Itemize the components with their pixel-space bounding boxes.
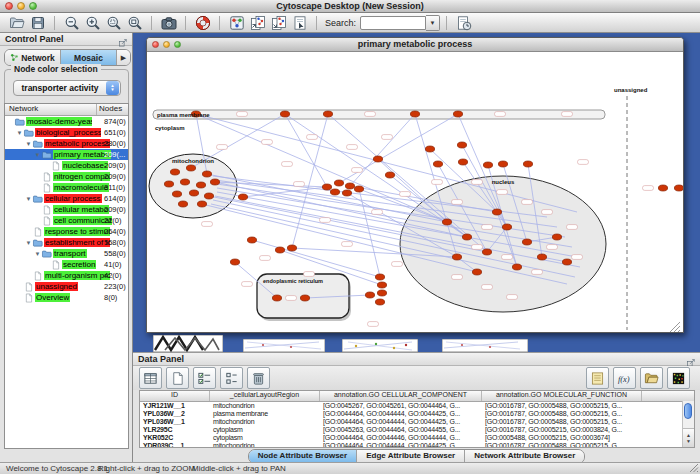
network-view-window[interactable]: primary metabolic process plasma membran… [146,37,684,333]
attribute-table-header[interactable]: ID_cellularLayoutRegionannotation.GO CEL… [140,391,694,402]
tree-row[interactable]: response to stimulu264(0) [5,226,128,237]
file-icon [50,260,62,270]
notes-icon[interactable] [586,367,609,389]
table-column-header[interactable]: ID [140,391,210,401]
search-combo-arrow-icon[interactable]: ▼ [426,15,440,31]
data-panel-header: Data Panel [133,353,700,366]
table-row[interactable]: YPL036W__2plasma membrane[GO:0044464, GO… [140,410,694,418]
table-scrollbar[interactable]: ▲▼ [682,401,694,447]
label-nucleus: nucleus [492,179,515,185]
background-window-fragment[interactable] [243,339,325,352]
region-plasma-membrane [153,110,605,119]
open-folder-icon[interactable] [7,14,26,32]
network-canvas[interactable]: plasma membranecytoplasmmitochondrionnuc… [147,52,683,332]
window-resize-grip-icon [670,322,680,332]
background-window-fragment[interactable] [342,339,418,352]
delete-trash-icon[interactable] [247,367,270,389]
expander-icon[interactable]: ▼ [25,240,32,246]
tree-row-label: nucleobase- [62,161,108,170]
tree-row[interactable]: ▼cellular process614(0) [5,193,128,204]
network-tree-header[interactable]: Network Nodes [5,104,128,116]
tree-row[interactable]: multi-organism pro42(0) [5,270,128,281]
tree-row[interactable]: Overview8(0) [5,292,128,303]
expander-icon[interactable]: ▼ [34,251,41,257]
tree-row-label: multi-organism pro [44,271,110,280]
table-row[interactable]: YJR121W__1mitochondrion[GO:0045267, GO:0… [140,402,694,410]
table-cell: cytoplasm [210,426,320,434]
table-cell: YPL036W__1 [140,418,210,426]
expander-icon[interactable]: ▼ [25,196,32,202]
tree-row-label: cellular process [44,194,102,203]
tree-column-network[interactable]: Network [5,104,97,115]
folder-icon [14,117,26,127]
copy-network-a-icon[interactable] [248,14,267,32]
tree-row[interactable]: ▼establishment of lo558(0) [5,237,128,248]
table-row[interactable]: YKR052Ccytoplasm[GO:0044464, GO:0044446,… [140,434,694,442]
new-page-icon[interactable] [166,367,189,389]
table-column-header[interactable]: annotation.GO MOLECULAR_FUNCTION [482,391,642,401]
background-window-fragment[interactable] [153,335,223,352]
float-panel-icon[interactable] [118,34,129,44]
tree-row[interactable]: ▼biological_process651(0) [5,127,128,138]
search-input[interactable] [360,16,426,30]
table-cell: [GO:0044464, GO:0044444, GO:0044425, G..… [320,410,482,418]
table-row[interactable]: YPL036W__1mitochondrion[GO:0044464, GO:0… [140,418,694,426]
label-mitochondrion: mitochondrion [172,158,214,164]
help-lifering-icon[interactable] [193,14,212,32]
tree-row[interactable]: ▼metabolic process280(0) [5,138,128,149]
zoom-in-icon[interactable] [83,14,102,32]
node-color-dropdown[interactable]: transporter activity ▲▼ [13,80,121,96]
table-grid-icon[interactable] [139,367,162,389]
file-icon [32,227,44,237]
copy-network-b-icon[interactable] [269,14,288,32]
network-graph[interactable]: plasma membranecytoplasmmitochondrionnuc… [147,52,683,332]
tree-column-nodes[interactable]: Nodes [97,104,128,115]
table-column-header[interactable]: _cellularLayoutRegion [210,391,320,401]
function-icon[interactable]: f(x) [613,367,636,389]
zoom-selected-icon[interactable] [104,14,123,32]
float-panel-icon[interactable] [686,354,697,364]
expander-icon[interactable]: ▼ [25,141,32,147]
tree-row[interactable]: macromolecule311(0) [5,182,128,193]
attribute-list-icon[interactable] [220,367,243,389]
tab-mosaic[interactable]: Mosaic [61,50,117,65]
tree-row[interactable]: ▼primary metabo209(... [5,149,128,160]
folder-icon [32,139,44,149]
resize-grip-icon[interactable] [689,463,699,473]
tree-row-label: biological_process [35,128,101,137]
tree-row[interactable]: nucleobase-209(0) [5,160,128,171]
expander-icon[interactable]: ▼ [16,130,23,136]
vizmapper-icon[interactable] [227,14,246,32]
open-folder-dark-icon[interactable] [640,367,663,389]
scrollbar-thumb[interactable] [684,403,692,419]
label-endoplasmic-reticulum: endoplasmic reticulum [263,278,323,284]
table-column-header[interactable]: annotation.GO CELLULAR_COMPONENT [320,391,482,401]
tree-row[interactable]: nitrogen compo209(0) [5,171,128,182]
tab-network[interactable]: Network [5,50,61,65]
camera-icon[interactable] [159,14,178,32]
matrix-icon[interactable] [667,367,690,389]
tree-row[interactable]: secretion41(0) [5,259,128,270]
tree-row[interactable]: mosaic-demo-yeast874(0) [5,116,128,127]
save-icon[interactable] [28,14,47,32]
import-session-icon[interactable] [454,14,473,32]
annotation-icon[interactable] [290,14,309,32]
zoom-out-icon[interactable] [62,14,81,32]
tree-row[interactable]: cell communicat22(0) [5,215,128,226]
tab-overflow-arrow-icon[interactable]: ▶ [117,50,130,65]
scrollbar-arrows[interactable]: ▲▼ [683,428,694,447]
data-panel: Data Panel f(x) ID_cellularLayoutRegiona… [133,352,700,462]
network-window-titlebar[interactable]: primary metabolic process [147,38,683,52]
table-row[interactable]: YLR295Ccytoplasm[GO:0045263, GO:0044464,… [140,426,694,434]
table-row[interactable]: YDR039C__1mitochondrion[GO:0044464, GO:0… [140,442,694,448]
expander-icon[interactable]: ▼ [34,152,41,158]
tree-row[interactable]: ▼transport558(0) [5,248,128,259]
app-titlebar[interactable]: Cytoscape Desktop (New Session) [0,0,700,13]
table-cell: mitochondrion [210,402,320,410]
select-attributes-icon[interactable] [193,367,216,389]
background-window-fragment[interactable] [442,339,528,352]
tree-row[interactable]: unassigned223(0) [5,281,128,292]
file-icon [41,183,53,193]
zoom-fit-icon[interactable] [125,14,144,32]
tree-row[interactable]: cellular metabo209(0) [5,204,128,215]
